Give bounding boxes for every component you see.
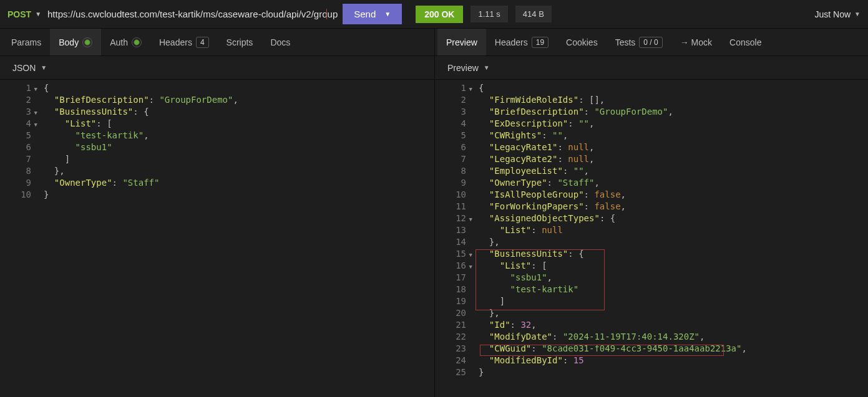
tab-params[interactable]: Params [2,29,50,55]
tab-tests[interactable]: Tests 0 / 0 [607,29,671,55]
auth-indicator-icon [134,39,140,45]
url-input[interactable]: https://us.cwcloudtest.com/test-kartik/m… [47,9,338,19]
response-size: 414 B [515,6,552,22]
chevron-down-icon: ▼ [484,64,490,71]
send-button[interactable]: Send ▼ [343,4,402,24]
tab-console[interactable]: Console [721,29,770,55]
request-pane: Params Body Auth Headers 4 Scripts Docs … [0,29,435,397]
response-time: 1.11 s [471,6,507,22]
response-body-viewer[interactable]: 1▼{2 "FirmWideRoleIds": [],3 "BriefDescr… [435,80,868,397]
chevron-down-icon: ▼ [854,11,861,17]
preview-type-selector[interactable]: Preview ▼ [435,56,868,80]
headers-count-badge: 4 [196,37,209,48]
chevron-down-icon: ▼ [41,64,47,71]
tab-body[interactable]: Body [50,29,101,55]
tests-count-badge: 0 / 0 [639,37,662,48]
body-type-selector[interactable]: JSON ▼ [0,56,434,80]
tab-cookies[interactable]: Cookies [557,29,607,55]
timestamp-dropdown[interactable]: Just Now ▼ [815,9,861,19]
send-dropdown-icon[interactable]: ▼ [384,11,391,17]
tab-response-headers[interactable]: Headers 19 [486,29,557,55]
request-tabs: Params Body Auth Headers 4 Scripts Docs [0,29,434,56]
tab-scripts[interactable]: Scripts [218,29,262,55]
tab-auth[interactable]: Auth [101,29,150,55]
request-bar: POST ▼ https://us.cwcloudtest.com/test-k… [0,0,868,29]
http-method[interactable]: POST [7,9,31,19]
tab-docs[interactable]: Docs [261,29,299,55]
response-pane: Preview Headers 19 Cookies Tests 0 / 0 →… [435,29,868,397]
response-headers-count-badge: 19 [532,37,549,48]
method-dropdown-icon[interactable]: ▼ [35,11,41,17]
body-indicator-icon [84,39,90,45]
tab-headers[interactable]: Headers 4 [150,29,218,55]
request-body-editor[interactable]: 1▼{2 "BriefDescription": "GroupForDemo",… [0,80,434,397]
status-badge: 200 OK [416,6,463,23]
tab-preview[interactable]: Preview [437,29,486,55]
response-tabs: Preview Headers 19 Cookies Tests 0 / 0 →… [435,29,868,56]
tab-mock[interactable]: → Mock [671,29,721,55]
